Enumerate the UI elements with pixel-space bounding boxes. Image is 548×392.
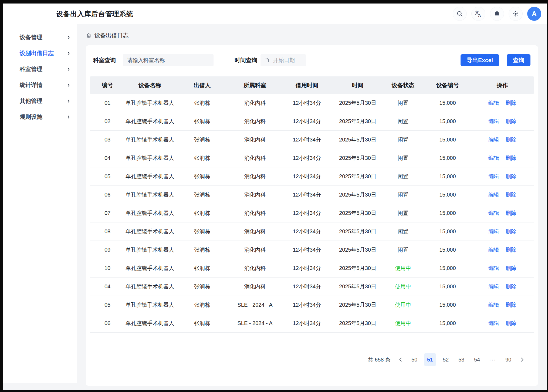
export-excel-button[interactable]: 导出Excel <box>461 54 499 66</box>
search-button[interactable] <box>453 7 467 21</box>
lender-name: 张润栋 <box>175 173 229 180</box>
notification-button[interactable] <box>490 7 504 21</box>
dept-search-input[interactable] <box>123 54 214 66</box>
edit-link[interactable]: 编辑 <box>488 265 499 272</box>
start-date-placeholder: 开始日期 <box>273 57 295 64</box>
page-button-52[interactable]: 52 <box>440 353 452 366</box>
page-button-53[interactable]: 53 <box>455 353 467 366</box>
edit-link[interactable]: 编辑 <box>488 246 499 254</box>
delete-link[interactable]: 删除 <box>506 246 516 254</box>
page-button-54[interactable]: 54 <box>471 353 483 366</box>
edit-link[interactable]: 编辑 <box>488 320 499 327</box>
page-button-50[interactable]: 50 <box>408 353 420 366</box>
delete-link[interactable]: 删除 <box>506 283 516 290</box>
edit-link[interactable]: 编辑 <box>488 228 499 235</box>
query-button[interactable]: 查询 <box>507 54 530 66</box>
borrow-duration: 12小时34分 <box>280 228 333 235</box>
department: 消化内科 <box>229 173 280 180</box>
page-button-90[interactable]: 90 <box>502 353 514 366</box>
row-number: 08 <box>90 228 125 235</box>
row-number: 04 <box>90 155 125 161</box>
row-number: 09 <box>90 247 125 253</box>
app-title: 设备出入库后台管理系统 <box>56 9 133 18</box>
device-name: 单孔腔镜手术机器人 <box>125 191 175 198</box>
row-number: 03 <box>90 137 125 143</box>
page-button-51[interactable]: 51 <box>424 353 436 366</box>
translate-icon: 文 A <box>475 10 482 17</box>
row-actions: 编辑删除 <box>471 191 534 198</box>
table-row: 10单孔腔镜手术机器人张润栋消化内科12小时34分2025年5月30日使用中15… <box>90 259 534 278</box>
table-row: 07单孔腔镜手术机器人张润栋消化内科12小时34分2025年5月30日闲置15,… <box>90 204 534 222</box>
device-code: 15,000 <box>424 320 471 326</box>
sidebar-item-其他管理[interactable]: 其他管理 <box>3 94 77 107</box>
delete-link[interactable]: 删除 <box>506 136 516 143</box>
device-name: 单孔腔镜手术机器人 <box>125 320 175 327</box>
edit-link[interactable]: 编辑 <box>488 154 499 162</box>
sidebar-item-规则设施[interactable]: 规则设施 <box>3 110 77 123</box>
edit-link[interactable]: 编辑 <box>488 191 499 198</box>
department: 消化内科 <box>229 118 280 125</box>
table-row: 01单孔腔镜手术机器人张润栋消化内科12小时34分2025年5月30日闲置15,… <box>90 94 534 112</box>
delete-link[interactable]: 删除 <box>506 320 516 327</box>
sidebar: 设备管理设别出借日志科室管理统计详情其他管理规则设施 <box>3 24 77 383</box>
status-badge: 闲置 <box>382 99 424 107</box>
language-button[interactable]: 文 A <box>471 7 485 21</box>
edit-link[interactable]: 编辑 <box>488 99 499 107</box>
lender-name: 张润栋 <box>175 265 229 272</box>
theme-icon <box>512 10 519 17</box>
device-name: 单孔腔镜手术机器人 <box>125 136 175 143</box>
delete-link[interactable]: 删除 <box>506 301 516 309</box>
delete-link[interactable]: 删除 <box>506 99 516 107</box>
delete-link[interactable]: 删除 <box>506 173 516 180</box>
department: 消化内科 <box>229 283 280 290</box>
log-table: 编号设备名称出借人所属科室借用时间时间设备状态设备编号操作 01单孔腔镜手术机器… <box>90 76 534 333</box>
filter-bar: 科室查询 时间查询 开始日期 导出Excel 查询 <box>93 54 530 66</box>
row-actions: 编辑删除 <box>471 246 534 254</box>
delete-link[interactable]: 删除 <box>506 228 516 235</box>
lender-name: 张润栋 <box>175 136 229 143</box>
search-icon <box>456 10 463 17</box>
sidebar-item-设备管理[interactable]: 设备管理 <box>3 31 77 44</box>
row-number: 06 <box>90 320 125 326</box>
status-badge: 闲置 <box>382 246 424 254</box>
device-code: 15,000 <box>424 228 471 235</box>
edit-link[interactable]: 编辑 <box>488 301 499 309</box>
row-number: 07 <box>90 210 125 216</box>
borrow-duration: 12小时34分 <box>280 118 333 125</box>
lender-name: 张润栋 <box>175 228 229 235</box>
edit-link[interactable]: 编辑 <box>488 118 499 125</box>
breadcrumb: 设备出借日志 <box>86 32 547 39</box>
prev-page-button[interactable] <box>397 353 405 366</box>
lender-name: 张润栋 <box>175 246 229 254</box>
next-page-button[interactable] <box>518 353 526 366</box>
delete-link[interactable]: 删除 <box>506 118 516 125</box>
column-header: 操作 <box>471 82 534 89</box>
edit-link[interactable]: 编辑 <box>488 136 499 143</box>
delete-link[interactable]: 删除 <box>506 154 516 162</box>
edit-link[interactable]: 编辑 <box>488 209 499 217</box>
column-header: 设备状态 <box>382 82 424 89</box>
start-date-picker[interactable]: 开始日期 <box>261 54 306 66</box>
pagination-ellipsis[interactable]: ··· <box>487 353 499 366</box>
delete-link[interactable]: 删除 <box>506 191 516 198</box>
department: 消化内科 <box>229 191 280 198</box>
sidebar-item-统计详情[interactable]: 统计详情 <box>3 79 77 92</box>
device-name: 单孔腔镜手术机器人 <box>125 283 175 290</box>
edit-link[interactable]: 编辑 <box>488 173 499 180</box>
status-badge: 使用中 <box>382 283 424 290</box>
borrow-date: 2025年5月30日 <box>333 191 382 198</box>
table-row: 02单孔腔镜手术机器人张润栋消化内科12小时34分2025年5月30日闲置15,… <box>90 112 534 131</box>
edit-link[interactable]: 编辑 <box>488 283 499 290</box>
delete-link[interactable]: 删除 <box>506 209 516 217</box>
delete-link[interactable]: 删除 <box>506 265 516 272</box>
theme-button[interactable] <box>509 7 523 21</box>
sidebar-item-设别出借日志[interactable]: 设别出借日志 <box>3 47 77 60</box>
table-row: 04单孔腔镜手术机器人张润栋消化内科12小时34分2025年5月30日使用中15… <box>90 278 534 296</box>
chevron-left-icon <box>399 357 402 362</box>
user-avatar[interactable]: A <box>527 7 541 21</box>
sidebar-item-科室管理[interactable]: 科室管理 <box>3 63 77 76</box>
row-number: 10 <box>90 265 125 271</box>
breadcrumb-label: 设备出借日志 <box>94 32 128 39</box>
table-row: 06单孔腔镜手术机器人张润栋消化内科12小时34分2025年5月30日闲置15,… <box>90 186 534 204</box>
table-row: 05单孔腔镜手术机器人张润栋消化内科12小时34分2025年5月30日闲置15,… <box>90 167 534 186</box>
